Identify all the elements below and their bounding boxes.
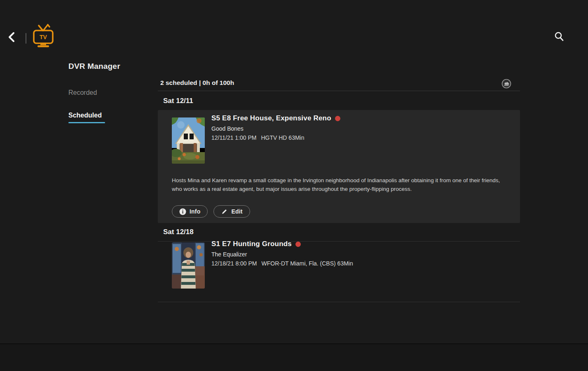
section-date: Sat 12/11: [163, 97, 520, 105]
sidebar-item-recorded[interactable]: Recorded: [68, 89, 97, 96]
episode-thumbnail: [172, 242, 205, 289]
edit-button[interactable]: Edit: [213, 205, 250, 218]
active-tab-underline: [68, 122, 105, 123]
edit-button-label: Edit: [231, 208, 242, 215]
dvr-storage-icon: [501, 78, 512, 89]
search-button[interactable]: [553, 31, 565, 43]
recording-indicator-icon: [295, 242, 301, 247]
dvr-storage-button[interactable]: [501, 78, 512, 89]
list-end-divider: [158, 302, 520, 302]
episode-title: S1 E7 Hunting Grounds: [211, 240, 292, 248]
show-name: Good Bones: [211, 125, 340, 132]
equalizer-thumbnail-art: [172, 242, 205, 289]
dvr-manager-screen: TV DVR Manager Recorded Scheduled 2 sche…: [0, 0, 588, 371]
entry-actions: Info Edit: [172, 205, 250, 218]
chevron-left-icon: [6, 31, 19, 44]
entry-text-block: S1 E7 Hunting Grounds The Equalizer 12/1…: [211, 240, 353, 267]
airing-datetime: 12/18/21 8:00 PM: [211, 260, 257, 267]
episode-thumbnail: [172, 117, 205, 164]
airing-datetime: 12/11/21 1:00 PM: [211, 134, 256, 141]
scheduled-list: 2 scheduled | 0h of 100h Sat 12/11: [158, 77, 520, 302]
info-button[interactable]: Info: [172, 205, 208, 218]
airing-channel: WFOR-DT Miami, Fla. (CBS) 63Min: [262, 260, 353, 267]
episode-title: S5 E8 Free House, Expensive Reno: [211, 114, 331, 122]
tv-logo-icon: TV: [32, 24, 54, 48]
show-name: The Equalizer: [211, 251, 353, 258]
pencil-icon: [221, 208, 228, 215]
section-date: Sat 12/18: [163, 228, 520, 236]
info-button-label: Info: [190, 208, 200, 215]
search-icon: [553, 31, 565, 43]
tv-app-logo[interactable]: TV: [32, 24, 54, 48]
summary-divider: [158, 91, 520, 91]
sidebar-item-scheduled[interactable]: Scheduled: [68, 112, 102, 119]
svg-text:TV: TV: [40, 34, 47, 40]
house-thumbnail-art: [172, 117, 205, 164]
airing-channel: HGTV HD 63Min: [261, 134, 304, 141]
dvr-summary-row: 2 scheduled | 0h of 100h: [158, 77, 520, 91]
episode-description: Hosts Mina and Karen revamp a small cott…: [172, 176, 506, 193]
back-button[interactable]: [6, 31, 19, 44]
airing-meta: 12/18/21 8:00 PMWFOR-DT Miami, Fla. (CBS…: [211, 260, 353, 267]
entry-text-block: S5 E8 Free House, Expensive Reno Good Bo…: [211, 114, 340, 141]
airing-meta: 12/11/21 1:00 PMHGTV HD 63Min: [211, 134, 340, 141]
page-title: DVR Manager: [68, 62, 120, 71]
bottom-strip: [0, 344, 588, 371]
scheduled-entry-row[interactable]: S1 E7 Hunting Grounds The Equalizer 12/1…: [158, 242, 520, 302]
scheduled-entry-card[interactable]: S5 E8 Free House, Expensive Reno Good Bo…: [158, 110, 520, 223]
recording-indicator-icon: [335, 116, 340, 121]
info-circle-icon: [179, 208, 186, 215]
dvr-summary-text: 2 scheduled | 0h of 100h: [160, 79, 234, 87]
topbar-divider: [26, 33, 26, 44]
